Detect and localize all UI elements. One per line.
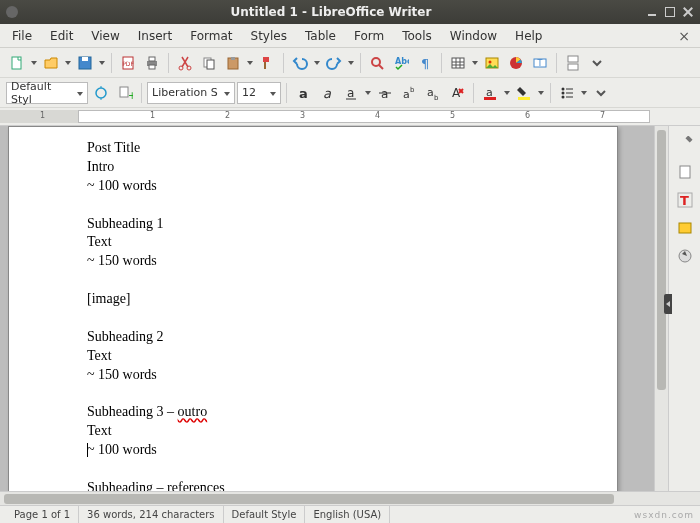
menu-tools[interactable]: Tools (394, 26, 440, 46)
highlight-dropdown[interactable] (537, 91, 545, 95)
sidebar-styles-icon[interactable]: T (673, 188, 697, 212)
text-line[interactable]: Subheading 3 – outro (87, 403, 539, 422)
superscript-button[interactable]: ab (398, 82, 420, 104)
menu-insert[interactable]: Insert (130, 26, 180, 46)
save-button[interactable] (74, 52, 96, 74)
bold-button[interactable]: a (292, 82, 314, 104)
text-line[interactable]: Subheading 1 (87, 215, 539, 234)
menu-form[interactable]: Form (346, 26, 392, 46)
insert-chart-button[interactable] (505, 52, 527, 74)
clear-formatting-button[interactable]: A (446, 82, 468, 104)
italic-button[interactable]: a (316, 82, 338, 104)
text-line[interactable] (87, 460, 539, 479)
status-word-count[interactable]: 36 words, 214 characters (79, 506, 223, 523)
menu-file[interactable]: File (4, 26, 40, 46)
horizontal-ruler[interactable]: 1 1 2 3 4 5 6 7 (0, 108, 700, 126)
text-line[interactable]: ~ 100 words (87, 441, 539, 460)
vertical-scrollbar[interactable] (654, 126, 668, 491)
text-line[interactable]: Intro (87, 158, 539, 177)
paste-dropdown[interactable] (246, 61, 254, 65)
formatting-overflow-button[interactable] (590, 82, 612, 104)
text-line[interactable]: ~ 150 words (87, 366, 539, 385)
font-color-button[interactable]: a (479, 82, 501, 104)
new-style-button[interactable]: + (114, 82, 136, 104)
window-menu-icon[interactable] (6, 6, 18, 18)
status-bar: Page 1 of 1 36 words, 214 characters Def… (0, 505, 700, 523)
menu-window[interactable]: Window (442, 26, 505, 46)
redo-button[interactable] (323, 52, 345, 74)
text-line[interactable] (87, 309, 539, 328)
menu-table[interactable]: Table (297, 26, 344, 46)
text-line[interactable]: Text (87, 422, 539, 441)
vscroll-thumb[interactable] (657, 130, 666, 390)
text-line[interactable]: Subheading – references (87, 479, 539, 491)
highlight-button[interactable] (513, 82, 535, 104)
text-line[interactable]: ~ 150 words (87, 252, 539, 271)
font-size-combo[interactable]: 12 (237, 82, 281, 104)
sidebar-collapse-grip[interactable] (664, 294, 672, 314)
toolbar-overflow-button[interactable] (586, 52, 608, 74)
text-line[interactable]: [image] (87, 290, 539, 309)
maximize-button[interactable] (664, 6, 676, 18)
hscroll-thumb[interactable] (4, 494, 614, 504)
cut-button[interactable] (174, 52, 196, 74)
save-dropdown[interactable] (98, 61, 106, 65)
insert-table-button[interactable] (447, 52, 469, 74)
strikethrough-button[interactable]: a (374, 82, 396, 104)
underline-button[interactable]: a (340, 82, 362, 104)
menu-view[interactable]: View (83, 26, 127, 46)
new-button[interactable] (6, 52, 28, 74)
bullets-button[interactable] (556, 82, 578, 104)
clone-formatting-button[interactable] (256, 52, 278, 74)
undo-dropdown[interactable] (313, 61, 321, 65)
new-dropdown[interactable] (30, 61, 38, 65)
menu-help[interactable]: Help (507, 26, 550, 46)
close-button[interactable] (682, 6, 694, 18)
horizontal-scrollbar[interactable] (0, 491, 700, 505)
document-page[interactable]: Post TitleIntro~ 100 words Subheading 1T… (8, 126, 618, 491)
spellcheck-button[interactable]: Abc (390, 52, 412, 74)
update-style-button[interactable] (90, 82, 112, 104)
open-button[interactable] (40, 52, 62, 74)
paste-button[interactable] (222, 52, 244, 74)
text-line[interactable] (87, 271, 539, 290)
insert-textbox-button[interactable]: T (529, 52, 551, 74)
text-line[interactable] (87, 385, 539, 404)
font-color-dropdown[interactable] (503, 91, 511, 95)
text-line[interactable]: Subheading 2 (87, 328, 539, 347)
document-scroll-area[interactable]: Post TitleIntro~ 100 words Subheading 1T… (0, 126, 654, 491)
open-dropdown[interactable] (64, 61, 72, 65)
font-name-combo[interactable]: Liberation S (147, 82, 235, 104)
insert-page-break-button[interactable] (562, 52, 584, 74)
print-button[interactable] (141, 52, 163, 74)
subscript-button[interactable]: ab (422, 82, 444, 104)
export-pdf-button[interactable]: PDF (117, 52, 139, 74)
undo-button[interactable] (289, 52, 311, 74)
close-document-button[interactable]: × (672, 28, 696, 44)
insert-image-button[interactable] (481, 52, 503, 74)
table-dropdown[interactable] (471, 61, 479, 65)
underline-dropdown[interactable] (364, 91, 372, 95)
find-button[interactable] (366, 52, 388, 74)
formatting-marks-button[interactable]: ¶ (414, 52, 436, 74)
status-page-style[interactable]: Default Style (224, 506, 306, 523)
sidebar-gallery-icon[interactable] (673, 216, 697, 240)
text-line[interactable]: Text (87, 347, 539, 366)
text-line[interactable]: Text (87, 233, 539, 252)
menu-styles[interactable]: Styles (243, 26, 295, 46)
menu-format[interactable]: Format (182, 26, 240, 46)
copy-button[interactable] (198, 52, 220, 74)
text-line[interactable] (87, 196, 539, 215)
sidebar-properties-icon[interactable] (673, 132, 697, 156)
minimize-button[interactable] (646, 6, 658, 18)
status-language[interactable]: English (USA) (305, 506, 390, 523)
paragraph-style-combo[interactable]: Default Styl (6, 82, 88, 104)
bullets-dropdown[interactable] (580, 91, 588, 95)
menu-edit[interactable]: Edit (42, 26, 81, 46)
status-page[interactable]: Page 1 of 1 (6, 506, 79, 523)
text-line[interactable]: ~ 100 words (87, 177, 539, 196)
sidebar-navigator-icon[interactable] (673, 244, 697, 268)
sidebar-page-icon[interactable] (673, 160, 697, 184)
text-line[interactable]: Post Title (87, 139, 539, 158)
redo-dropdown[interactable] (347, 61, 355, 65)
